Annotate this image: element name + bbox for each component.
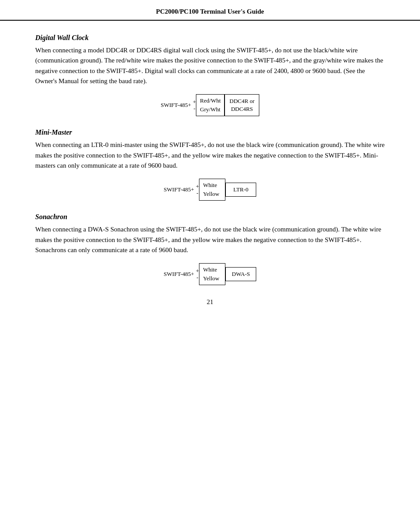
page-header: PC2000/PC100 Terminal User's Guide [0, 0, 420, 21]
diagram-inner: SWIFT-485+ + - Red/Wht Gry/Wht DDC4R orD… [161, 94, 259, 116]
diagram-inner-2: SWIFT-485+ + - White Yellow LTR-0 [164, 179, 256, 201]
section-body-mini-master: When connecting an LTR-0 mini-master usi… [35, 140, 385, 171]
swift-label-2: SWIFT-485+ [164, 186, 194, 193]
plus-minus-3: + - [196, 268, 199, 281]
diagram-digital-wall-clock: SWIFT-485+ + - Red/Wht Gry/Wht DDC4R orD… [35, 94, 385, 116]
wire1-label-2: White [203, 181, 221, 190]
swift-label-3: SWIFT-485+ [164, 271, 194, 278]
wire-box-3: White Yellow [199, 263, 225, 285]
device-box-3: DWA-S [225, 267, 256, 281]
plus-minus-1: + - [193, 99, 196, 112]
device-box-1: DDC4R orDDC4RS [225, 94, 259, 116]
wire2-label-2: Yellow [203, 190, 221, 198]
section-body-sonachron: When connecting a DWA-S Sonachron using … [35, 224, 385, 255]
swift-label-1: SWIFT-485+ [161, 102, 191, 109]
plus-sign-1: + [193, 99, 196, 106]
minus-sign-2: - [196, 190, 198, 197]
wire1-label-3: White [203, 265, 221, 274]
diagram-mini-master: SWIFT-485+ + - White Yellow LTR-0 [35, 179, 385, 201]
wire1-label-1: Red/Wht [200, 96, 221, 105]
wire-box-1: Red/Wht Gry/Wht [196, 94, 225, 116]
page-content: Digital Wall Clock When connecting a mod… [0, 21, 420, 323]
page: PC2000/PC100 Terminal User's Guide Digit… [0, 0, 420, 510]
wire-box-2: White Yellow [199, 179, 225, 201]
header-title: PC2000/PC100 Terminal User's Guide [156, 8, 264, 15]
section-body-digital-wall-clock: When connecting a model DDC4R or DDC4RS … [35, 45, 385, 86]
plus-sign-2: + [196, 183, 199, 190]
minus-sign-1: - [193, 105, 195, 112]
section-title-mini-master: Mini-Master [35, 128, 385, 136]
plus-sign-3: + [196, 268, 199, 275]
section-title-digital-wall-clock: Digital Wall Clock [35, 34, 385, 42]
device-box-2: LTR-0 [225, 183, 256, 197]
plus-minus-2: + - [196, 183, 199, 197]
diagram-sonachron: SWIFT-485+ + - White Yellow DWA-S [35, 263, 385, 285]
section-title-sonachron: Sonachron [35, 213, 385, 221]
diagram-inner-3: SWIFT-485+ + - White Yellow DWA-S [164, 263, 256, 285]
wire2-label-3: Yellow [203, 274, 221, 283]
minus-sign-3: - [196, 274, 198, 281]
page-number: 21 [35, 298, 385, 306]
wire2-label-1: Gry/Wht [200, 105, 221, 114]
